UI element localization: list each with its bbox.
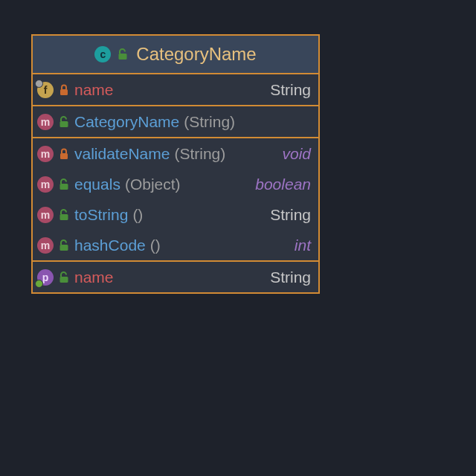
svg-rect-5 (60, 214, 68, 220)
fields-section: f name String (33, 74, 318, 106)
locked-icon (58, 83, 70, 97)
svg-rect-2 (60, 121, 68, 127)
member-params: (String) (174, 145, 225, 163)
member-row: m toString () String (33, 199, 318, 230)
svg-rect-3 (60, 153, 68, 159)
locked-icon (58, 147, 70, 161)
member-name: name (74, 81, 114, 99)
method-icon: m (37, 207, 54, 223)
member-name: CategoryName (74, 113, 179, 131)
member-params: () (132, 206, 143, 224)
class-icon: c (94, 46, 111, 62)
member-row: m equals (Object) boolean (33, 169, 318, 199)
member-params: (String) (184, 113, 235, 131)
readwrite-marker-icon (35, 280, 43, 288)
method-icon: m (37, 114, 54, 130)
svg-rect-0 (119, 54, 127, 60)
member-params: (Object) (125, 176, 181, 193)
member-params: () (150, 237, 161, 254)
properties-section: p name String (33, 262, 318, 292)
member-type: String (270, 81, 311, 99)
unlocked-icon (58, 208, 70, 222)
member-name: validateName (74, 145, 170, 163)
field-icon: f (37, 82, 54, 98)
static-marker-icon (35, 80, 43, 88)
method-icon: m (37, 146, 54, 162)
member-row: m validateName (String) void (33, 138, 318, 169)
member-name: toString (74, 206, 128, 224)
unlocked-icon (58, 271, 70, 284)
member-row: m CategoryName (String) (33, 106, 318, 137)
member-type: String (270, 268, 311, 286)
methods-section: m validateName (String) void m equals (O… (33, 138, 318, 262)
method-icon: m (37, 176, 54, 193)
svg-rect-7 (60, 277, 68, 283)
unlocked-icon (58, 178, 70, 191)
method-icon: m (37, 237, 54, 254)
member-row: p name String (33, 262, 318, 292)
class-name: CategoryName (136, 44, 256, 65)
class-diagram: c CategoryName f name (31, 34, 320, 294)
member-type: void (282, 145, 311, 163)
constructors-section: m CategoryName (String) (33, 106, 318, 138)
svg-rect-6 (60, 245, 68, 251)
unlocked-icon (58, 115, 70, 129)
member-row: m hashCode () int (33, 230, 318, 260)
member-name: equals (74, 176, 120, 193)
unlocked-icon (58, 239, 70, 252)
member-type: String (270, 206, 311, 224)
member-row: f name String (33, 74, 318, 105)
member-name: name (74, 268, 114, 286)
member-type: int (295, 237, 311, 254)
member-type: boolean (255, 176, 311, 193)
member-name: hashCode (74, 237, 146, 254)
svg-rect-4 (60, 184, 68, 190)
class-header: c CategoryName (33, 36, 318, 74)
property-icon: p (37, 269, 54, 286)
svg-rect-1 (60, 89, 68, 95)
unlocked-icon (117, 48, 129, 61)
